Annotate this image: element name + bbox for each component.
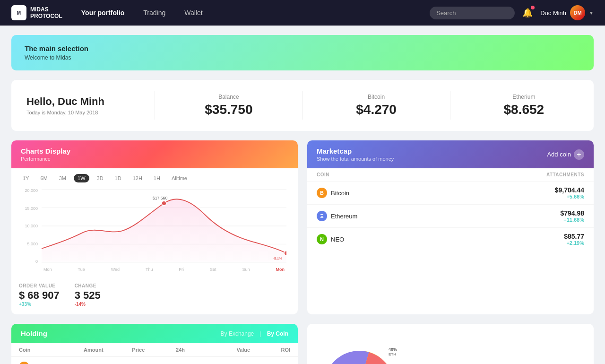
order-value-label: ORDER VALUE (19, 283, 60, 288)
bottom-row: Holding By Exchange | By Coin Coin Amoun… (11, 324, 594, 364)
chart-body: 20.000 15.000 10.000 5.000 0 (11, 188, 298, 279)
y-label-5k: 5.000 (23, 242, 38, 246)
main-content: The main selection Welcome to Midas Hell… (0, 26, 605, 364)
holding-coin-name-0: B Bitcoin (11, 357, 72, 364)
x-axis: Mon Tue Wed Thu Fri Sat Sun Mon (42, 267, 286, 272)
nav-links: Your portfolio Trading Wallet (81, 9, 411, 17)
greeting-name: Hello, Duc Minh (26, 95, 136, 108)
time-btn-1w[interactable]: 1W (74, 174, 89, 182)
nav-wallet[interactable]: Wallet (184, 9, 202, 17)
x-tue: Tue (78, 267, 85, 272)
market-col-attach: ATTACHMENTS (454, 168, 594, 182)
time-btn-1h[interactable]: 1H (150, 174, 164, 182)
navbar: M MIDASPROTOCOL Your portfolio Trading W… (0, 0, 605, 26)
y-label-10k: 10.000 (23, 224, 38, 228)
ethereum-value: $8.652 (469, 102, 579, 117)
pie-card: 40%ETH 42%Bitcoin 23%EOS 25%NEO Bitcoin … (307, 324, 594, 364)
y-label-0: 0 (23, 259, 38, 264)
time-btn-alltime[interactable]: Alltime (168, 174, 191, 182)
tab-by-exchange[interactable]: By Exchange (221, 330, 254, 337)
y-axis: 20.000 15.000 10.000 5.000 0 (23, 188, 42, 264)
nav-trading[interactable]: Trading (143, 9, 165, 17)
holding-table: Coin Amount Price 24h Value ROI B Bitcoi… (11, 343, 298, 364)
change-label: CHANGE (75, 283, 101, 288)
market-title: Marketcap (317, 147, 394, 155)
add-coin-label: Add coin (547, 151, 571, 158)
holding-header: Holding By Exchange | By Coin (11, 324, 298, 343)
search-input[interactable] (430, 7, 515, 19)
bitcoin-label: Bitcoin (322, 94, 431, 100)
donut-chart: 40%ETH 42%Bitcoin 23%EOS 25%NEO (317, 343, 402, 364)
balance-card: Hello, Duc Minh Today is Monday, 10 May … (11, 80, 594, 131)
market-coin-name-0: B Bitcoin (307, 182, 454, 205)
market-subtitle: Show the total amounts of money (317, 156, 394, 162)
x-thu: Thu (146, 267, 153, 272)
user-name: Duc Minh (540, 9, 566, 17)
ethereum-section: Etherium $8.652 (469, 94, 579, 117)
logo-text: MIDASPROTOCOL (30, 6, 62, 20)
chart-header: Charts Display Performance (11, 140, 298, 168)
market-coin-price-2: $85.77 +2.19% (454, 228, 594, 251)
time-btn-12h[interactable]: 12H (129, 174, 146, 182)
holding-col-coin: Coin (11, 343, 72, 357)
divider-3 (450, 91, 450, 120)
order-value-value: $ 68 907 (19, 289, 60, 302)
holding-tabs: By Exchange | By Coin (221, 330, 288, 337)
time-btn-3d[interactable]: 3D (93, 174, 107, 182)
time-btn-6m[interactable]: 6M (36, 174, 51, 182)
greeting-date: Today is Monday, 10 May 2018 (26, 110, 136, 115)
user-avatar: DM (570, 5, 585, 20)
balance-label: Balance (174, 94, 283, 100)
nav-portfolio[interactable]: Your portfolio (81, 9, 125, 17)
bitcoin-section: Bitcoin $4.270 (322, 94, 431, 117)
peak-dot (162, 201, 166, 206)
bell-icon[interactable]: 🔔 (522, 8, 533, 17)
hero-subtitle: Welcome to Midas (25, 54, 580, 61)
hero-title: The main selection (25, 44, 580, 52)
x-sun: Sun (242, 267, 250, 272)
greeting-section: Hello, Duc Minh Today is Monday, 10 May … (26, 95, 136, 115)
ethereum-label: Etherium (469, 94, 579, 100)
holding-col-price: Price (111, 343, 153, 357)
pct-eth: 40%ETH (389, 347, 397, 356)
logo[interactable]: M MIDASPROTOCOL (11, 5, 62, 20)
time-btn-3m[interactable]: 3M (55, 174, 70, 182)
bell-wrapper: 🔔 (522, 8, 533, 18)
tab-pipe: | (259, 330, 261, 337)
holding-col-roi: ROI (258, 343, 298, 357)
add-coin-button[interactable]: Add coin + (547, 149, 584, 160)
market-header: Marketcap Show the total amounts of mone… (307, 140, 594, 168)
market-col-coin: COIN (307, 168, 454, 182)
time-btn-1y[interactable]: 1Y (19, 174, 33, 182)
holding-title: Holding (21, 329, 47, 338)
x-mon: Mon (43, 267, 52, 272)
balance-section: Balance $35.750 (174, 94, 283, 117)
market-header-left: Marketcap Show the total amounts of mone… (317, 147, 394, 162)
balance-value: $35.750 (174, 102, 283, 117)
order-value-badge: +33% (19, 302, 60, 307)
hero-banner: The main selection Welcome to Midas (11, 35, 594, 70)
market-coin-price-1: $794.98 +11.68% (454, 205, 594, 228)
holding-amount-0: 1.00 (72, 357, 111, 364)
time-btn-1d[interactable]: 1D (111, 174, 125, 182)
chart-area: $17 560 -54% Mon Tue Wed Thu Fri (42, 188, 286, 272)
chart-controls: 1Y 6M 3M 1W 3D 1D 12H 1H Alltime (11, 168, 298, 188)
holding-value-0: $9,349 (5%) (192, 357, 258, 364)
peak-label: $17 560 (153, 196, 167, 200)
tab-by-coin[interactable]: By Coin (267, 330, 288, 337)
change-badge: -14% (75, 302, 101, 307)
logo-icon: M (11, 5, 26, 20)
end-dot (284, 251, 286, 256)
chart-stats: ORDER VALUE $ 68 907 +33% CHANGE 3 525 -… (11, 279, 298, 314)
notification-badge (531, 6, 535, 9)
holding-24h-0: +.60% (152, 357, 192, 364)
divider-1 (155, 91, 155, 120)
add-coin-icon: + (574, 149, 584, 160)
market-card: Marketcap Show the total amounts of mone… (307, 140, 594, 314)
market-coin-name-1: Ξ Ethereum (307, 205, 454, 228)
chart-svg: $17 560 -54% (42, 188, 286, 264)
market-row-bitcoin: B Bitcoin $9,704.44 +5.66% (307, 182, 594, 205)
user-menu[interactable]: Duc Minh DM ▼ (540, 5, 594, 20)
market-coin-name-2: N NEO (307, 228, 454, 251)
bitcoin-value: $4.270 (322, 102, 431, 117)
